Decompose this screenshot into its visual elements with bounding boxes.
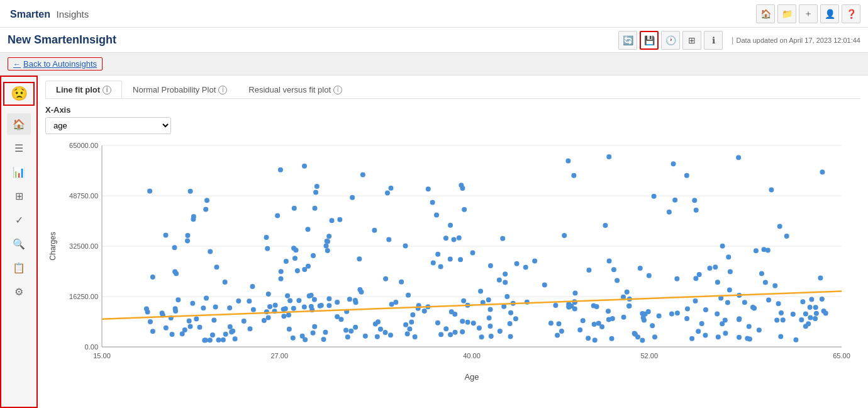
sidebar-item-check[interactable]: ✓: [7, 209, 31, 230]
page-title: New SmartenInsight: [8, 33, 116, 47]
x-axis-dropdown[interactable]: age bmi children smoker region sex: [45, 117, 171, 134]
home-button[interactable]: 🏠: [756, 4, 775, 23]
grid-view-button[interactable]: ⊞: [682, 31, 701, 50]
nav-bar: ← Back to Autoinsights: [0, 53, 868, 76]
x-axis-label: X-Axis: [45, 105, 860, 115]
logo-bold: Smarten: [10, 9, 50, 20]
back-to-autoinsights[interactable]: ← Back to Autoinsights: [8, 57, 103, 71]
sidebar: 😟 🏠 ☰ 📊 ⊞ ✓ 🔍 📋 ⚙: [0, 76, 38, 408]
title-bar: New SmartenInsight 🔄 💾 🕐 ⊞ ℹ | Data upda…: [0, 28, 868, 53]
line-fit-chart: [45, 139, 860, 385]
user-button[interactable]: 👤: [820, 4, 839, 23]
sidebar-item-settings[interactable]: ⚙: [7, 281, 31, 302]
sidebar-item-grid[interactable]: ⊞: [7, 185, 31, 207]
back-arrow-icon: ←: [13, 60, 21, 69]
tab-bar: Line fit plot i Normal Probability Plot …: [45, 81, 860, 99]
header: Smarten Insights 🏠 📁 ＋ 👤 ❓: [0, 0, 868, 28]
tab-normal-prob[interactable]: Normal Probability Plot i: [122, 81, 238, 98]
tab-line-fit-label: Line fit plot: [56, 85, 100, 94]
sidebar-item-home[interactable]: 🏠: [7, 113, 31, 135]
sidebar-item-analytics[interactable]: 🔍: [7, 233, 31, 254]
sidebar-item-chart[interactable]: 📊: [7, 161, 31, 183]
chart-container: [45, 139, 860, 404]
help-button[interactable]: ❓: [842, 4, 860, 23]
tab-normal-prob-label: Normal Probability Plot: [133, 85, 216, 94]
main-layout: 😟 🏠 ☰ 📊 ⊞ ✓ 🔍 📋 ⚙ Line fit plot i Normal…: [0, 76, 868, 408]
tab-residual-label: Residual versus fit plot: [248, 85, 331, 94]
sidebar-item-list[interactable]: ☰: [7, 137, 31, 159]
data-updated: Data updated on April 17, 2023 12:01:44: [736, 37, 860, 44]
tab-residual[interactable]: Residual versus fit plot i: [238, 81, 353, 98]
refresh-button[interactable]: 🔄: [618, 31, 637, 50]
tab-normal-prob-info[interactable]: i: [218, 86, 227, 94]
smiley-icon: 😟: [11, 86, 28, 102]
chart-controls: X-Axis age bmi children smoker region se…: [45, 105, 860, 134]
tab-line-fit-info[interactable]: i: [103, 86, 111, 94]
tab-residual-info[interactable]: i: [333, 86, 342, 94]
info-button[interactable]: ℹ: [704, 31, 723, 50]
sidebar-top: 😟: [3, 82, 35, 106]
folder-button[interactable]: 📁: [777, 4, 796, 23]
history-button[interactable]: 🕐: [661, 31, 680, 50]
save-button[interactable]: 💾: [640, 31, 659, 50]
tab-line-fit[interactable]: Line fit plot i: [45, 81, 122, 98]
sidebar-item-table[interactable]: 📋: [7, 257, 31, 278]
add-button[interactable]: ＋: [799, 4, 818, 23]
back-label: Back to Autoinsights: [23, 59, 97, 69]
content-area: Line fit plot i Normal Probability Plot …: [38, 76, 868, 408]
header-actions: 🏠 📁 ＋ 👤 ❓: [756, 4, 860, 23]
logo: Smarten Insights: [8, 6, 89, 21]
logo-light: Insights: [57, 9, 89, 20]
